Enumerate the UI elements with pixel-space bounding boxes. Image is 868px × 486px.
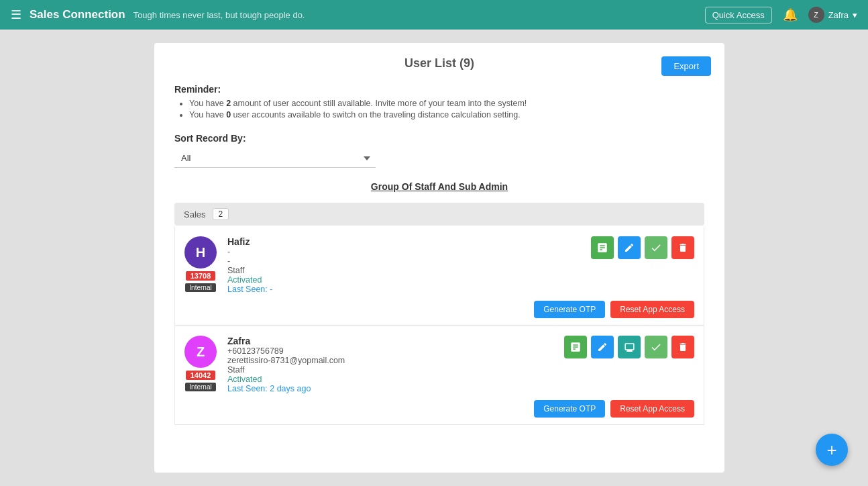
sales-group-row: Sales 2: [174, 203, 704, 226]
card-bottom-btns-zafra: Generate OTP Reset App Access: [184, 400, 694, 418]
sort-select[interactable]: All Sales Sub Admin Staff: [174, 149, 376, 168]
app-title: Sales Connection: [30, 8, 125, 21]
avatar: Z: [808, 7, 824, 23]
user-type-zafra: Internal: [185, 383, 215, 391]
export-button[interactable]: Export: [661, 56, 711, 76]
page-title: User List (9): [174, 56, 704, 70]
header-tagline: Tough times never last, but tough people…: [133, 10, 305, 20]
reset-app-zafra[interactable]: Reset App Access: [610, 400, 694, 418]
card-bottom-btns-hafiz: Generate OTP Reset App Access: [184, 301, 694, 318]
sales-count-badge: 2: [213, 208, 229, 220]
hamburger-icon[interactable]: ☰: [11, 7, 21, 22]
user-status-zafra: Activated: [227, 375, 694, 384]
generate-otp-zafra[interactable]: Generate OTP: [534, 400, 605, 418]
avatar-hafiz: H: [184, 236, 217, 269]
action-edit-zafra[interactable]: [591, 336, 614, 358]
sort-section: Sort Record By: All Sales Sub Admin Staf…: [174, 133, 704, 168]
fab-add-button[interactable]: +: [816, 434, 848, 466]
reminder-list: You have 2 amount of user account still …: [174, 99, 704, 119]
chevron-down-icon: ▾: [853, 10, 857, 20]
action-office-zafra[interactable]: [564, 336, 587, 358]
action-screen-zafra[interactable]: [618, 336, 641, 358]
generate-otp-hafiz[interactable]: Generate OTP: [534, 301, 605, 318]
reminder-title: Reminder:: [174, 84, 704, 95]
user-role-hafiz: Staff: [227, 266, 694, 275]
sort-label: Sort Record By:: [174, 133, 704, 144]
action-edit-hafiz[interactable]: [618, 236, 641, 259]
user-id-hafiz: 13708: [186, 271, 215, 281]
user-lastseen-hafiz: Last Seen: -: [227, 285, 694, 294]
sales-label: Sales: [184, 209, 206, 220]
quick-access-button[interactable]: Quick Access: [705, 7, 772, 23]
group-header: Group Of Staff And Sub Admin: [174, 181, 704, 192]
user-avatar-wrap-hafiz: H 13708 Internal: [184, 236, 217, 292]
user-card-hafiz: H 13708 Internal Hafiz - - Staff Activat…: [174, 227, 704, 326]
top-header: ☰ Sales Connection Tough times never las…: [0, 0, 868, 30]
user-card-zafra: Z 14042 Internal Zafra +60123756789 zere…: [174, 326, 704, 425]
main-content: User List (9) Export Reminder: You have …: [154, 43, 724, 473]
user-status-hafiz: Activated: [227, 275, 694, 285]
avatar-zafra: Z: [184, 336, 217, 368]
reminder-item-1: You have 2 amount of user account still …: [189, 99, 704, 108]
page-body: User List (9) Export Reminder: You have …: [0, 0, 868, 486]
user-name-label: Zafra: [828, 10, 849, 20]
reminder-section: Reminder: You have 2 amount of user acco…: [174, 84, 704, 119]
action-delete-zafra[interactable]: [671, 336, 694, 358]
user-type-hafiz: Internal: [185, 283, 215, 292]
user-role-zafra: Staff: [227, 365, 694, 375]
user-id-zafra: 14042: [186, 371, 215, 380]
action-office-hafiz[interactable]: [591, 236, 614, 259]
user-avatar-wrap-zafra: Z 14042 Internal: [184, 336, 217, 391]
user-menu[interactable]: Z Zafra ▾: [808, 7, 857, 23]
card-actions-hafiz: [591, 236, 694, 259]
action-delete-hafiz[interactable]: [671, 236, 694, 259]
reminder-item-2: You have 0 user accounts available to sw…: [189, 110, 704, 119]
action-check-hafiz[interactable]: [645, 236, 667, 259]
user-lastseen-zafra: Last Seen: 2 days ago: [227, 384, 694, 393]
notification-icon[interactable]: 🔔: [783, 7, 798, 22]
action-check-zafra[interactable]: [645, 336, 667, 358]
reset-app-hafiz[interactable]: Reset App Access: [610, 301, 694, 318]
card-actions-zafra: [564, 336, 694, 358]
